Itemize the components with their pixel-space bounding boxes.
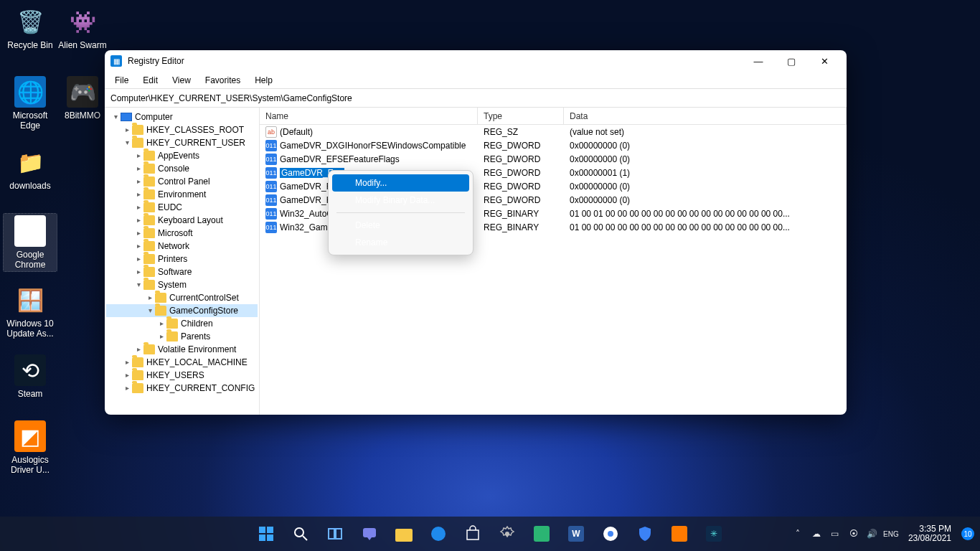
system-tray[interactable]: ˄ ☁ ▭ ⦿ 🔊 ENG 3:35 PM 23/08/2021 10: [792, 524, 974, 543]
column-data[interactable]: Data: [564, 108, 847, 124]
clock[interactable]: 3:35 PM 23/08/2021: [908, 524, 951, 543]
desktop-icon-auslogics-driver-u-[interactable]: ◩Auslogics Driver U...: [4, 420, 57, 475]
taskbar-chat-icon[interactable]: [355, 519, 384, 548]
value-row[interactable]: 011GameDVR_DXGIHonorFSEWindowsCompatible…: [260, 138, 847, 152]
taskbar-app1-icon[interactable]: [527, 519, 556, 548]
tree-twisty-icon[interactable]: ▸: [133, 149, 143, 162]
tree-twisty-icon[interactable]: ▸: [156, 317, 166, 330]
notification-badge[interactable]: 10: [961, 527, 974, 540]
tree-twisty-icon[interactable]: ▸: [133, 162, 143, 175]
desktop-icon-8bitmmo[interactable]: 🎮8BitMMO: [56, 76, 109, 121]
titlebar[interactable]: ▦ Registry Editor — ▢ ✕: [105, 50, 847, 72]
tree-pane[interactable]: ▾Computer▸HKEY_CLASSES_ROOT▾HKEY_CURRENT…: [105, 108, 260, 415]
tree-node-microsoft[interactable]: ▸Microsoft: [106, 227, 258, 240]
tree-twisty-icon[interactable]: ▸: [122, 123, 132, 136]
tree-node-hkey-classes-root[interactable]: ▸HKEY_CLASSES_ROOT: [106, 123, 258, 136]
taskbar-security-icon[interactable]: [631, 519, 659, 548]
tree-node-computer[interactable]: ▾Computer: [106, 110, 258, 123]
tree-twisty-icon[interactable]: ▸: [133, 343, 143, 356]
value-type: REG_BINARY: [478, 222, 564, 232]
value-type: REG_DWORD: [478, 168, 564, 178]
wifi-icon[interactable]: ⦿: [848, 528, 859, 540]
value-row[interactable]: ab(Default)REG_SZ(value not set): [260, 125, 847, 138]
tree-node-hkey-current-user[interactable]: ▾HKEY_CURRENT_USER: [106, 136, 258, 149]
tree-twisty-icon[interactable]: ▾: [110, 110, 121, 123]
desktop-icon-steam[interactable]: ⟲Steam: [4, 354, 57, 399]
address-bar[interactable]: Computer\HKEY_CURRENT_USER\System\GameCo…: [105, 89, 847, 108]
value-row[interactable]: 011GameDVR_EFSEFeatureFlagsREG_DWORD0x00…: [260, 152, 847, 166]
tree-node-environment[interactable]: ▸Environment: [106, 188, 258, 201]
maximize-button[interactable]: ▢: [775, 50, 808, 72]
tree-twisty-icon[interactable]: ▸: [145, 291, 155, 304]
tree-node-gameconfigstore[interactable]: ▾GameConfigStore: [106, 304, 258, 317]
tray-chevron-up-icon[interactable]: ˄: [792, 528, 804, 540]
tree-node-children[interactable]: ▸Children: [106, 317, 258, 330]
language-icon[interactable]: ENG: [885, 528, 897, 540]
column-type[interactable]: Type: [478, 108, 564, 124]
tree-twisty-icon[interactable]: ▸: [122, 356, 132, 369]
context-modify-[interactable]: Modify...: [332, 174, 469, 192]
tree-node-network[interactable]: ▸Network: [106, 240, 258, 253]
tree-node-system[interactable]: ▾System: [106, 278, 258, 291]
desktop-icon-alien-swarm[interactable]: 👾Alien Swarm: [56, 6, 109, 50]
onedrive-icon[interactable]: ☁: [811, 528, 822, 540]
tree-node-printers[interactable]: ▸Printers: [106, 253, 258, 265]
tree-node-appevents[interactable]: ▸AppEvents: [106, 149, 258, 162]
tree-twisty-icon[interactable]: ▾: [145, 304, 155, 317]
taskbar-word-icon[interactable]: W: [562, 519, 590, 548]
tree-twisty-icon[interactable]: ▸: [133, 188, 143, 201]
list-header[interactable]: Name Type Data: [260, 108, 847, 125]
tree-twisty-icon[interactable]: ▸: [133, 175, 143, 188]
battery-icon[interactable]: ▭: [829, 528, 841, 540]
taskbar-app3-icon[interactable]: ✳: [699, 519, 728, 548]
tree-twisty-icon[interactable]: ▸: [133, 265, 143, 278]
tree-twisty-icon[interactable]: ▸: [133, 227, 143, 240]
tree-node-volatile-environment[interactable]: ▸Volatile Environment: [106, 343, 258, 356]
menu-file[interactable]: File: [109, 73, 134, 88]
context-delete[interactable]: Delete: [332, 217, 469, 234]
column-name[interactable]: Name: [260, 108, 478, 124]
tree-twisty-icon[interactable]: ▸: [156, 330, 166, 343]
tree-node-hkey-local-machine[interactable]: ▸HKEY_LOCAL_MACHINE: [106, 356, 258, 369]
taskbar-edge-icon[interactable]: [424, 519, 453, 548]
tree-node-currentcontrolset[interactable]: ▸CurrentControlSet: [106, 291, 258, 304]
taskbar-chrome-icon[interactable]: [596, 519, 625, 548]
tree-node-keyboard-layout[interactable]: ▸Keyboard Layout: [106, 214, 258, 227]
desktop-icon-downloads[interactable]: 📁downloads: [4, 146, 57, 191]
menu-favorites[interactable]: Favorites: [199, 73, 246, 88]
tree-node-hkey-users[interactable]: ▸HKEY_USERS: [106, 369, 258, 382]
tree-twisty-icon[interactable]: ▸: [133, 201, 143, 214]
context-rename[interactable]: Rename: [332, 234, 469, 251]
menu-edit[interactable]: Edit: [137, 73, 164, 88]
desktop-icon-recycle-bin[interactable]: 🗑️Recycle Bin: [4, 6, 57, 50]
minimize-button[interactable]: —: [742, 50, 775, 72]
menu-view[interactable]: View: [166, 73, 197, 88]
volume-icon[interactable]: 🔊: [867, 528, 878, 540]
tree-node-parents[interactable]: ▸Parents: [106, 330, 258, 343]
tree-twisty-icon[interactable]: ▸: [133, 214, 143, 227]
taskbar-search-icon[interactable]: [286, 519, 315, 548]
taskbar-app2-icon[interactable]: [665, 519, 694, 548]
tree-twisty-icon[interactable]: ▸: [133, 240, 143, 253]
tree-twisty-icon[interactable]: ▸: [122, 382, 132, 395]
taskbar-store-icon[interactable]: [458, 519, 487, 548]
desktop-icon-windows-10-update-as-[interactable]: 🪟Windows 10 Update As...: [4, 284, 57, 339]
context-modify-binary-data-[interactable]: Modify Binary Data...: [332, 192, 469, 209]
tree-node-software[interactable]: ▸Software: [106, 265, 258, 278]
tree-twisty-icon[interactable]: ▾: [133, 278, 143, 291]
taskbar-task-view-icon[interactable]: [321, 519, 349, 548]
taskbar-settings-icon[interactable]: [493, 519, 522, 548]
menu-help[interactable]: Help: [249, 73, 278, 88]
close-button[interactable]: ✕: [808, 50, 841, 72]
tree-node-console[interactable]: ▸Console: [106, 162, 258, 175]
tree-node-eudc[interactable]: ▸EUDC: [106, 201, 258, 214]
taskbar-file-explorer-icon[interactable]: [390, 519, 418, 548]
tree-twisty-icon[interactable]: ▾: [122, 136, 132, 149]
tree-node-control-panel[interactable]: ▸Control Panel: [106, 175, 258, 188]
tree-twisty-icon[interactable]: ▸: [122, 369, 132, 382]
tree-node-hkey-current-config[interactable]: ▸HKEY_CURRENT_CONFIG: [106, 382, 258, 395]
taskbar-start-icon[interactable]: [252, 519, 281, 548]
desktop-icon-google-chrome[interactable]: ◎Google Chrome: [4, 214, 57, 271]
desktop-icon-microsoft-edge[interactable]: 🌐Microsoft Edge: [4, 76, 57, 131]
tree-twisty-icon[interactable]: ▸: [133, 253, 143, 265]
